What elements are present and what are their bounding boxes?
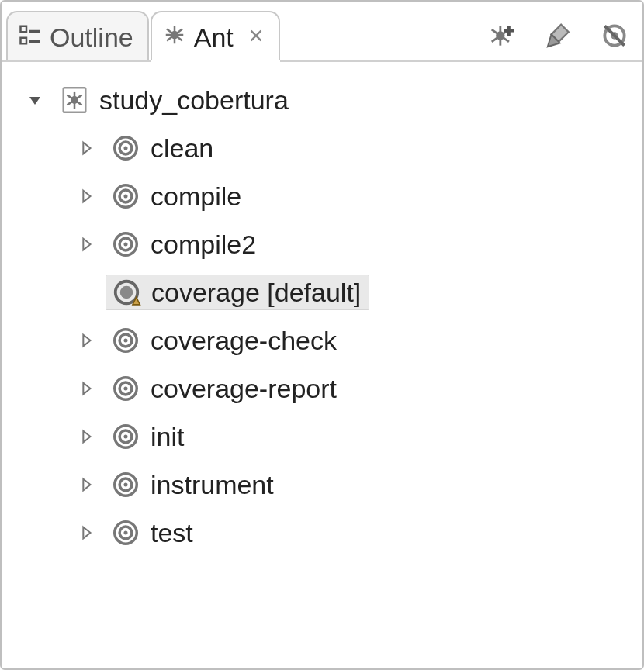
twisty-closed-icon[interactable]	[76, 330, 96, 351]
ant-target-icon	[110, 469, 141, 500]
ant-target-icon	[110, 373, 141, 404]
tab-ant-label: Ant	[194, 22, 234, 53]
ant-target-icon	[110, 181, 141, 212]
tree-root-label: study_cobertura	[99, 85, 289, 116]
ant-view-panel: Outline Ant	[0, 0, 644, 670]
tree-target-row[interactable]: test	[20, 509, 633, 557]
tree-target-label: compile2	[151, 230, 256, 260]
hide-internal-button[interactable]	[597, 19, 632, 53]
tree-target-row[interactable]: instrument	[20, 461, 633, 509]
close-icon[interactable]	[248, 25, 265, 50]
ant-icon	[163, 22, 186, 53]
ant-target-icon	[110, 517, 141, 548]
twisty-closed-icon[interactable]	[76, 427, 96, 447]
add-buildfile-button[interactable]	[486, 19, 520, 53]
tree-root-row[interactable]: study_cobertura	[20, 76, 633, 124]
ant-target-icon	[110, 421, 141, 452]
tree-target-label: coverage [default]	[151, 278, 361, 308]
tab-strip: Outline Ant	[2, 2, 642, 62]
tree-target-row[interactable]: compile2	[20, 220, 633, 268]
twisty-closed-icon[interactable]	[76, 138, 96, 158]
twisty-closed-icon[interactable]	[76, 475, 96, 495]
twisty-closed-icon[interactable]	[76, 523, 96, 543]
ant-target-icon	[110, 229, 141, 260]
ant-buildfile-icon	[59, 85, 90, 116]
tree-target-label: coverage-report	[151, 374, 337, 404]
tree-target-row[interactable]: compile	[20, 172, 633, 220]
ant-target-icon	[110, 133, 141, 164]
twisty-closed-icon[interactable]	[76, 186, 96, 206]
ant-tree[interactable]: study_cobertura cleancompilecompile2cove…	[2, 62, 642, 668]
tree-target-label: clean	[151, 133, 213, 164]
tree-target-row[interactable]: coverage-check	[20, 316, 633, 364]
twisty-open-icon[interactable]	[25, 90, 45, 110]
brush-button[interactable]	[542, 19, 576, 53]
tree-target-row[interactable]: coverage-report	[20, 364, 633, 413]
tree-target-label: compile	[151, 181, 241, 212]
tree-target-label: instrument	[151, 470, 274, 500]
tree-target-row[interactable]: init	[20, 413, 633, 461]
ant-default-target-icon	[111, 277, 142, 308]
tree-target-label: test	[151, 518, 193, 548]
tab-outline-label: Outline	[50, 22, 133, 53]
tree-target-row[interactable]: clean	[20, 124, 633, 172]
outline-icon	[19, 22, 42, 53]
tree-target-label: init	[151, 422, 184, 452]
tab-outline[interactable]: Outline	[6, 11, 149, 60]
tab-ant[interactable]: Ant	[151, 11, 280, 60]
ant-target-icon	[110, 325, 141, 356]
twisty-closed-icon[interactable]	[76, 234, 96, 254]
tree-target-row[interactable]: coverage [default]	[20, 268, 633, 316]
view-toolbar	[486, 11, 638, 60]
tree-target-label: coverage-check	[151, 326, 337, 356]
twisty-closed-icon[interactable]	[76, 378, 96, 399]
